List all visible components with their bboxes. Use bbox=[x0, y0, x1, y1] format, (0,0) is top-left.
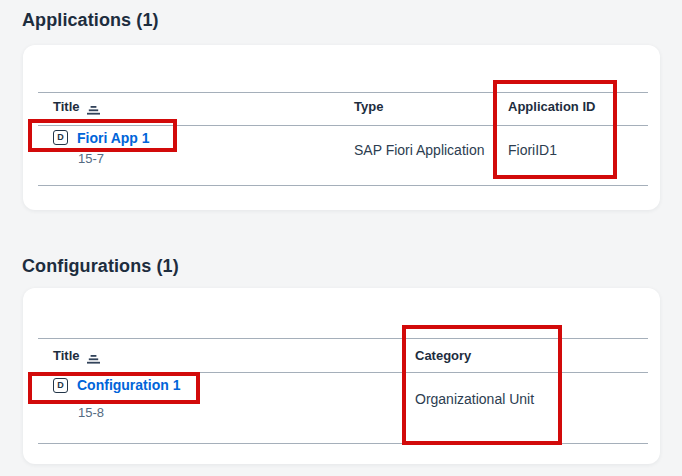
configurations-card: Title Category D Configuration 1 15-8 Or… bbox=[23, 288, 660, 464]
configurations-column-title-label: Title bbox=[53, 348, 80, 364]
configurations-row-title-link[interactable]: Configuration 1 bbox=[77, 377, 180, 394]
configurations-table-top-divider bbox=[38, 338, 648, 339]
applications-row-title-link[interactable]: Fiori App 1 bbox=[77, 130, 150, 147]
configurations-header-divider bbox=[38, 372, 648, 373]
configurations-row-category-value: Organizational Unit bbox=[415, 391, 534, 408]
application-object-icon-glyph: D bbox=[57, 133, 64, 142]
applications-section-heading: Applications (1) bbox=[22, 10, 159, 31]
applications-column-header-title[interactable]: Title bbox=[53, 99, 100, 115]
configurations-column-header-title[interactable]: Title bbox=[53, 348, 100, 364]
sort-ascending-icon bbox=[87, 352, 100, 361]
applications-row-subtitle: 15-7 bbox=[78, 151, 104, 167]
configurations-section-heading: Configurations (1) bbox=[22, 256, 179, 277]
page: Applications (1) Title Type Application … bbox=[0, 0, 682, 476]
applications-column-title-label: Title bbox=[53, 99, 80, 115]
configurations-table-bottom-divider bbox=[38, 443, 648, 444]
applications-row-type-value: SAP Fiori Application bbox=[354, 142, 484, 159]
sort-ascending-icon bbox=[87, 103, 100, 112]
applications-table-top-divider bbox=[38, 92, 648, 93]
applications-column-header-application-id: Application ID bbox=[508, 99, 595, 115]
applications-card: Title Type Application ID D Fiori App 1 … bbox=[23, 45, 660, 210]
applications-header-divider bbox=[38, 125, 648, 126]
applications-row-application-id-value: FioriID1 bbox=[508, 142, 557, 159]
configurations-row-subtitle: 15-8 bbox=[78, 405, 104, 421]
application-object-icon: D bbox=[53, 130, 68, 145]
configuration-object-icon-glyph: D bbox=[57, 381, 64, 390]
applications-table-bottom-divider bbox=[38, 185, 648, 186]
configuration-object-icon: D bbox=[53, 378, 68, 393]
applications-column-header-type: Type bbox=[354, 99, 383, 115]
configurations-column-header-category: Category bbox=[415, 348, 471, 364]
